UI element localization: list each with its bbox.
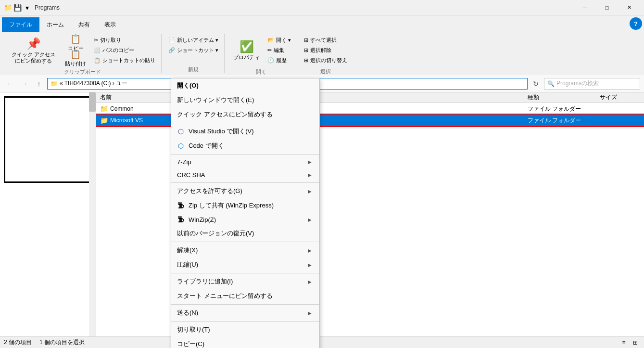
status-bar: 2 個の項目 1 個の項目を選択 ≡ ⊞ <box>0 336 644 348</box>
ribbon-tabs: ファイル ホーム 共有 表示 ? <box>0 15 644 32</box>
copy-icon: 📋 <box>70 34 81 44</box>
scrollbar-left[interactable] <box>89 92 96 336</box>
back-button[interactable]: ← <box>4 77 16 90</box>
ctx-restore-version[interactable]: 以前のバージョンの復元(V) <box>171 226 319 241</box>
invert-icon: ⊞ <box>304 57 308 64</box>
context-menu: 開く(O) 新しいウィンドウで開く(E) クイック アクセスにピン留めする ⬡ … <box>171 78 320 348</box>
tab-share[interactable]: 共有 <box>71 17 97 32</box>
folder-icon-common: 📁 <box>100 105 108 113</box>
ribbon-content: 📌 クイック アクセスにピン留めする 📋 コピー 📋 貼り付け ✂ 切り取り <box>0 32 644 75</box>
forward-button[interactable]: → <box>18 77 31 90</box>
cut-button[interactable]: ✂ 切り取り <box>92 36 157 45</box>
scissors-icon: ✂ <box>94 37 98 43</box>
ctx-sep-1 <box>171 123 319 123</box>
arrow-library: ▶ <box>308 279 312 284</box>
paste-button[interactable]: 📋 貼り付け <box>61 51 90 65</box>
address-bar: ← → ↑ 📁 « TIH0447300A (C:) › ユー ↻ 🔍 Prog… <box>0 75 644 92</box>
edit-btn[interactable]: ✏ 編集 <box>265 46 293 55</box>
clipboard-label: クリップボード <box>64 67 101 76</box>
ribbon-group-new-items: 📄 新しいアイテム ▾ 🔗 ショートカット ▾ <box>166 34 220 65</box>
ctx-sep-2 <box>171 154 319 155</box>
ctx-pin-quick-access[interactable]: クイック アクセスにピン留めする <box>171 107 319 122</box>
copy-button[interactable]: 📋 コピー <box>61 36 90 50</box>
ctx-winzip[interactable]: 🗜 WinZip(Z) ▶ <box>171 213 319 226</box>
ctx-visual-studio[interactable]: ⬡ Visual Studio で開く(V) <box>171 124 319 139</box>
list-view-button[interactable]: ≡ <box>619 338 629 348</box>
open-btn[interactable]: 📂 開く ▾ <box>265 36 293 45</box>
ctx-open-label: 開く(O) <box>177 81 199 90</box>
winzip-icon: 🗜 <box>177 216 185 223</box>
copy-path-button[interactable]: ⬜ パスのコピー <box>92 46 157 55</box>
ctx-pin-start[interactable]: スタート メニューにピン留めする <box>171 289 319 303</box>
ribbon-group-new: 📄 新しいアイテム ▾ 🔗 ショートカット ▾ 新規 <box>163 34 225 73</box>
maximize-button[interactable]: □ <box>596 0 618 15</box>
properties-button[interactable]: ✅ プロパティ <box>229 36 264 65</box>
ctx-copy[interactable]: コピー(C) <box>171 337 319 348</box>
ribbon-group-open: ✅ プロパティ 📂 開く ▾ ✏ 編集 🕐 履歴 開く <box>226 34 297 73</box>
edit-icon: ✏ <box>267 47 272 53</box>
folder-icon: 📁 <box>4 4 12 12</box>
scrollbar-thumb[interactable] <box>89 92 96 112</box>
ctx-winzip-share[interactable]: 🗜 Zip して共有 (WinZip Express) <box>171 198 319 213</box>
ctx-add-library[interactable]: ライブラリに追加(I) ▶ <box>171 274 319 289</box>
minimize-button[interactable]: ─ <box>574 0 596 15</box>
new-item-button[interactable]: 📄 新しいアイテム ▾ <box>166 36 220 45</box>
ctx-cut[interactable]: 切り取り(T) <box>171 322 319 337</box>
invert-select-button[interactable]: ⊞ 選択の切り替え <box>302 56 349 65</box>
ctx-access[interactable]: アクセスを許可する(G) ▶ <box>171 184 319 198</box>
help-button[interactable]: ? <box>630 17 642 30</box>
window-controls[interactable]: ─ □ ✕ <box>574 0 640 15</box>
winzip-share-icon: 🗜 <box>177 202 185 209</box>
select-all-button[interactable]: ⊞ すべて選択 <box>302 36 349 45</box>
pin-icon: 📌 <box>26 37 41 51</box>
search-box[interactable]: 🔍 Programsの検索 <box>544 78 640 90</box>
col-type[interactable]: 種類 <box>524 93 596 102</box>
open-icon2: 📂 <box>267 37 274 43</box>
deselect-button[interactable]: ⊞ 選択解除 <box>302 46 349 55</box>
save-icon: 💾 <box>13 4 21 12</box>
ctx-sep-6 <box>171 304 319 305</box>
ctx-open-new-window[interactable]: 新しいウィンドウで開く(E) <box>171 93 319 107</box>
ctx-crc-sha[interactable]: CRC SHA ▶ <box>171 168 319 181</box>
tab-view[interactable]: 表示 <box>97 17 123 32</box>
folder-icon-microsoft: 📁 <box>100 116 108 124</box>
arrow-extract: ▶ <box>308 248 312 253</box>
selected-count: 1 個の項目を選択 <box>39 338 85 347</box>
open-icon: ▾ <box>23 4 31 12</box>
file-type-microsoft: ファイル フォルダー <box>524 116 596 125</box>
col-size[interactable]: サイズ <box>596 93 644 102</box>
ctx-sep-4 <box>171 242 319 242</box>
paste-shortcut-button[interactable]: 📋 ショートカットの貼り <box>92 56 157 65</box>
detail-view-button[interactable]: ⊞ <box>631 338 640 348</box>
close-button[interactable]: ✕ <box>618 0 640 15</box>
refresh-button[interactable]: ↻ <box>530 77 542 90</box>
ctx-open[interactable]: 開く(O) <box>171 78 319 93</box>
view-controls: ≡ ⊞ <box>619 338 640 348</box>
pin-quick-access-button[interactable]: 📌 クイック アクセスにピン留めする <box>8 36 59 65</box>
search-icon: 🔍 <box>547 80 555 87</box>
up-button[interactable]: ↑ <box>33 77 45 90</box>
title-bar-icons: 📁 💾 ▾ <box>4 4 31 12</box>
deselect-icon: ⊞ <box>304 47 308 53</box>
ctx-sep-3 <box>171 182 319 183</box>
properties-icon: ✅ <box>240 40 254 53</box>
tab-home[interactable]: ホーム <box>39 17 71 32</box>
file-type-common: ファイル フォルダー <box>524 105 596 113</box>
left-panel <box>0 92 96 336</box>
ctx-code[interactable]: ⬡ Code で開く <box>171 139 319 153</box>
ctx-sep-7 <box>171 321 319 322</box>
title-bar: 📁 💾 ▾ Programs ─ □ ✕ <box>0 0 644 15</box>
ctx-compress[interactable]: 圧縮(U) ▶ <box>171 258 319 272</box>
nav-tree <box>4 96 92 183</box>
ctx-send-to[interactable]: 送る(N) ▶ <box>171 306 319 320</box>
arrow-sendto: ▶ <box>308 310 312 316</box>
ctx-extract[interactable]: 解凍(X) ▶ <box>171 243 319 258</box>
tab-file[interactable]: ファイル <box>2 17 39 32</box>
open-label: 開く <box>256 67 266 76</box>
main-area: 名前 種類 サイズ 📁 Common ファイル フォルダー 📁 Microsof… <box>0 92 644 336</box>
vs-icon: ⬡ <box>177 128 185 135</box>
path-text: « TIH0447300A (C:) › ユー <box>60 79 127 88</box>
history-btn[interactable]: 🕐 履歴 <box>265 56 293 65</box>
shortcut-button[interactable]: 🔗 ショートカット ▾ <box>166 46 220 55</box>
ctx-7zip[interactable]: 7-Zip ▶ <box>171 155 319 168</box>
